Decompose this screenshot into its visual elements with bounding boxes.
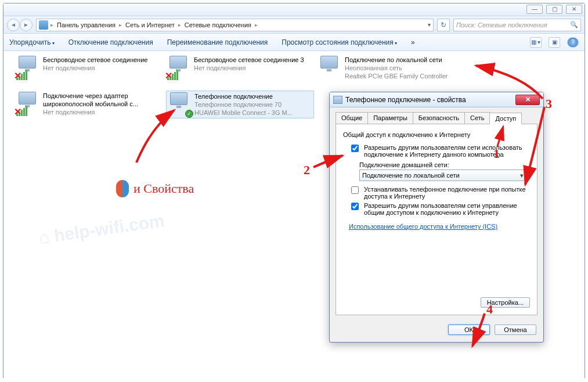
tab-access[interactable]: Доступ [489,113,522,124]
arrow-annotation [0,0,588,382]
